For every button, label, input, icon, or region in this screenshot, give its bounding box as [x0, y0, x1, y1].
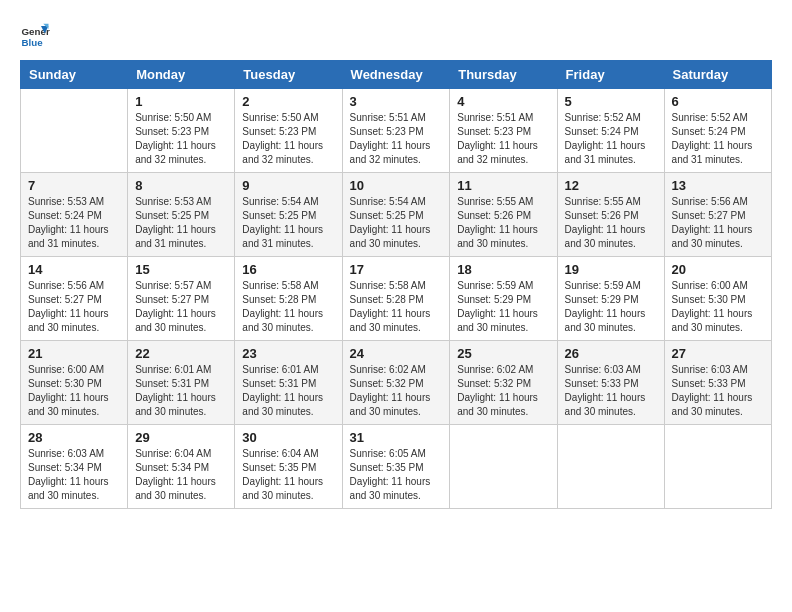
- day-info: Sunrise: 5:51 AM Sunset: 5:23 PM Dayligh…: [457, 111, 549, 167]
- day-number: 28: [28, 430, 120, 445]
- sunrise: Sunrise: 5:51 AM: [350, 112, 426, 123]
- day-number: 5: [565, 94, 657, 109]
- daylight: Daylight: 11 hours and 30 minutes.: [350, 308, 431, 333]
- day-number: 14: [28, 262, 120, 277]
- header-monday: Monday: [128, 61, 235, 89]
- day-number: 4: [457, 94, 549, 109]
- sunrise: Sunrise: 6:00 AM: [672, 280, 748, 291]
- day-info: Sunrise: 6:01 AM Sunset: 5:31 PM Dayligh…: [135, 363, 227, 419]
- day-number: 20: [672, 262, 764, 277]
- day-number: 9: [242, 178, 334, 193]
- logo: General Blue: [20, 20, 50, 50]
- sunrise: Sunrise: 5:54 AM: [350, 196, 426, 207]
- day-number: 15: [135, 262, 227, 277]
- calendar-cell: 16 Sunrise: 5:58 AM Sunset: 5:28 PM Dayl…: [235, 257, 342, 341]
- daylight: Daylight: 11 hours and 32 minutes.: [350, 140, 431, 165]
- calendar-table: SundayMondayTuesdayWednesdayThursdayFrid…: [20, 60, 772, 509]
- day-number: 24: [350, 346, 443, 361]
- day-info: Sunrise: 5:54 AM Sunset: 5:25 PM Dayligh…: [242, 195, 334, 251]
- sunrise: Sunrise: 6:05 AM: [350, 448, 426, 459]
- sunset: Sunset: 5:31 PM: [242, 378, 316, 389]
- day-number: 7: [28, 178, 120, 193]
- week-row-1: 1 Sunrise: 5:50 AM Sunset: 5:23 PM Dayli…: [21, 89, 772, 173]
- sunset: Sunset: 5:30 PM: [672, 294, 746, 305]
- sunrise: Sunrise: 5:53 AM: [135, 196, 211, 207]
- day-number: 3: [350, 94, 443, 109]
- day-info: Sunrise: 5:52 AM Sunset: 5:24 PM Dayligh…: [672, 111, 764, 167]
- sunrise: Sunrise: 6:03 AM: [28, 448, 104, 459]
- sunrise: Sunrise: 5:51 AM: [457, 112, 533, 123]
- calendar-cell: [664, 425, 771, 509]
- day-info: Sunrise: 5:53 AM Sunset: 5:24 PM Dayligh…: [28, 195, 120, 251]
- daylight: Daylight: 11 hours and 30 minutes.: [672, 392, 753, 417]
- daylight: Daylight: 11 hours and 31 minutes.: [672, 140, 753, 165]
- week-row-3: 14 Sunrise: 5:56 AM Sunset: 5:27 PM Dayl…: [21, 257, 772, 341]
- sunset: Sunset: 5:33 PM: [672, 378, 746, 389]
- header-thursday: Thursday: [450, 61, 557, 89]
- day-number: 13: [672, 178, 764, 193]
- daylight: Daylight: 11 hours and 30 minutes.: [28, 308, 109, 333]
- day-info: Sunrise: 5:52 AM Sunset: 5:24 PM Dayligh…: [565, 111, 657, 167]
- sunset: Sunset: 5:26 PM: [565, 210, 639, 221]
- day-number: 1: [135, 94, 227, 109]
- calendar-cell: 3 Sunrise: 5:51 AM Sunset: 5:23 PM Dayli…: [342, 89, 450, 173]
- page-header: General Blue: [20, 20, 772, 50]
- day-info: Sunrise: 5:58 AM Sunset: 5:28 PM Dayligh…: [242, 279, 334, 335]
- calendar-cell: 8 Sunrise: 5:53 AM Sunset: 5:25 PM Dayli…: [128, 173, 235, 257]
- daylight: Daylight: 11 hours and 32 minutes.: [135, 140, 216, 165]
- calendar-cell: 30 Sunrise: 6:04 AM Sunset: 5:35 PM Dayl…: [235, 425, 342, 509]
- calendar-cell: 27 Sunrise: 6:03 AM Sunset: 5:33 PM Dayl…: [664, 341, 771, 425]
- calendar-cell: 28 Sunrise: 6:03 AM Sunset: 5:34 PM Dayl…: [21, 425, 128, 509]
- daylight: Daylight: 11 hours and 31 minutes.: [565, 140, 646, 165]
- day-number: 10: [350, 178, 443, 193]
- calendar-cell: 25 Sunrise: 6:02 AM Sunset: 5:32 PM Dayl…: [450, 341, 557, 425]
- sunrise: Sunrise: 6:02 AM: [350, 364, 426, 375]
- day-info: Sunrise: 5:56 AM Sunset: 5:27 PM Dayligh…: [28, 279, 120, 335]
- sunset: Sunset: 5:27 PM: [672, 210, 746, 221]
- day-info: Sunrise: 5:58 AM Sunset: 5:28 PM Dayligh…: [350, 279, 443, 335]
- week-row-2: 7 Sunrise: 5:53 AM Sunset: 5:24 PM Dayli…: [21, 173, 772, 257]
- day-info: Sunrise: 5:55 AM Sunset: 5:26 PM Dayligh…: [457, 195, 549, 251]
- header-wednesday: Wednesday: [342, 61, 450, 89]
- day-number: 23: [242, 346, 334, 361]
- day-info: Sunrise: 5:57 AM Sunset: 5:27 PM Dayligh…: [135, 279, 227, 335]
- header-tuesday: Tuesday: [235, 61, 342, 89]
- calendar-cell: [557, 425, 664, 509]
- day-number: 17: [350, 262, 443, 277]
- day-number: 16: [242, 262, 334, 277]
- day-info: Sunrise: 6:04 AM Sunset: 5:35 PM Dayligh…: [242, 447, 334, 503]
- day-number: 31: [350, 430, 443, 445]
- day-info: Sunrise: 5:50 AM Sunset: 5:23 PM Dayligh…: [135, 111, 227, 167]
- logo-icon: General Blue: [20, 20, 50, 50]
- sunset: Sunset: 5:34 PM: [135, 462, 209, 473]
- day-info: Sunrise: 6:03 AM Sunset: 5:33 PM Dayligh…: [565, 363, 657, 419]
- daylight: Daylight: 11 hours and 30 minutes.: [672, 224, 753, 249]
- sunrise: Sunrise: 5:50 AM: [135, 112, 211, 123]
- sunset: Sunset: 5:32 PM: [350, 378, 424, 389]
- sunrise: Sunrise: 6:04 AM: [135, 448, 211, 459]
- day-number: 12: [565, 178, 657, 193]
- sunset: Sunset: 5:24 PM: [565, 126, 639, 137]
- sunrise: Sunrise: 5:58 AM: [350, 280, 426, 291]
- sunrise: Sunrise: 5:59 AM: [457, 280, 533, 291]
- day-number: 25: [457, 346, 549, 361]
- sunrise: Sunrise: 5:58 AM: [242, 280, 318, 291]
- daylight: Daylight: 11 hours and 30 minutes.: [672, 308, 753, 333]
- day-info: Sunrise: 6:05 AM Sunset: 5:35 PM Dayligh…: [350, 447, 443, 503]
- day-number: 30: [242, 430, 334, 445]
- daylight: Daylight: 11 hours and 32 minutes.: [242, 140, 323, 165]
- week-row-4: 21 Sunrise: 6:00 AM Sunset: 5:30 PM Dayl…: [21, 341, 772, 425]
- calendar-cell: 31 Sunrise: 6:05 AM Sunset: 5:35 PM Dayl…: [342, 425, 450, 509]
- calendar-cell: 5 Sunrise: 5:52 AM Sunset: 5:24 PM Dayli…: [557, 89, 664, 173]
- calendar-cell: 23 Sunrise: 6:01 AM Sunset: 5:31 PM Dayl…: [235, 341, 342, 425]
- header-saturday: Saturday: [664, 61, 771, 89]
- sunset: Sunset: 5:29 PM: [565, 294, 639, 305]
- day-number: 2: [242, 94, 334, 109]
- sunrise: Sunrise: 6:00 AM: [28, 364, 104, 375]
- svg-text:Blue: Blue: [22, 37, 44, 48]
- day-info: Sunrise: 5:59 AM Sunset: 5:29 PM Dayligh…: [565, 279, 657, 335]
- day-number: 6: [672, 94, 764, 109]
- sunrise: Sunrise: 5:56 AM: [672, 196, 748, 207]
- daylight: Daylight: 11 hours and 30 minutes.: [135, 392, 216, 417]
- sunrise: Sunrise: 6:01 AM: [135, 364, 211, 375]
